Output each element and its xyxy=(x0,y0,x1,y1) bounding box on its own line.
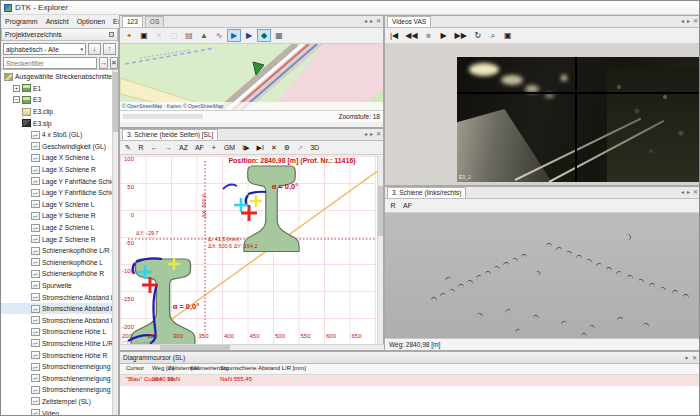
r-button[interactable]: R xyxy=(387,200,399,211)
play-icon[interactable]: ▶ xyxy=(437,29,451,42)
tree-item-e3-clip[interactable]: E3.clip xyxy=(1,106,118,118)
play-route-icon[interactable]: ▶ xyxy=(242,29,256,42)
video-frame[interactable]: E3_2 xyxy=(457,57,699,182)
tree-item-e1[interactable]: +E1 xyxy=(1,83,118,95)
cursor-table-row[interactable]: "Blau" Cursor2840,98NaNNaN 555,45 xyxy=(120,375,700,386)
tree-item-stromschiene-höhe-r[interactable]: Stromschiene Höhe R xyxy=(1,349,118,361)
tree-item-lage-z-schiene-l[interactable]: Lage Z Schiene L xyxy=(1,222,118,234)
follow-position-icon[interactable]: ▶ xyxy=(227,29,241,42)
edit-icon[interactable]: ✎ xyxy=(122,142,134,153)
tree-item-stromschiene-abstand-l-r[interactable]: Stromschiene Abstand L/R xyxy=(1,303,118,315)
profile-chart[interactable]: Position: 2840,98 [m] (Prof. Nr.: 11416)… xyxy=(120,156,379,346)
snapshot-icon[interactable]: ▦ xyxy=(272,29,286,42)
tree-item-lage-y-fahrfläche-schiene-l[interactable]: Lage Y Fahrfläche Schiene L xyxy=(1,175,118,187)
tree-item-stromschiene-abstand-l[interactable]: Stromschiene Abstand L xyxy=(1,291,118,303)
layers-icon[interactable]: ◆ xyxy=(257,29,271,42)
close-icon[interactable]: ✕ xyxy=(692,354,697,361)
tree-item-e3[interactable]: −E3 xyxy=(1,94,118,106)
tree-item-schienenkopfhöhe-r[interactable]: Schienenkopfhöhe R xyxy=(1,268,118,280)
tree-item-ausgewählte-streckenabschnitte[interactable]: Ausgewählte Streckenabschnitte xyxy=(1,71,118,83)
apply-filter-button[interactable]: → xyxy=(99,57,108,69)
tree-item-schienenkopfhöhe-l[interactable]: Schienenkopfhöhe L xyxy=(1,257,118,269)
close-icon[interactable]: ✕ xyxy=(376,17,381,24)
settings-button[interactable]: ⚙ xyxy=(281,142,293,153)
az-button[interactable]: AZ xyxy=(176,142,191,153)
snapshot-icon[interactable]: ▣ xyxy=(501,29,515,42)
tree-item-stromschienenneigung-r[interactable]: Stromschienenneigung R xyxy=(1,384,118,396)
menu-ansicht[interactable]: Ansicht xyxy=(42,18,73,25)
tree-item-schienenkopfhöhe-l-r[interactable]: Schienenkopfhöhe L/R xyxy=(1,245,118,257)
r-button[interactable]: R xyxy=(135,142,147,153)
scroll-tabs-left-icon[interactable]: ◂ xyxy=(681,17,684,24)
play-start-button[interactable]: I▶ xyxy=(239,142,252,153)
sort-descending-button[interactable]: ↓ xyxy=(88,43,101,55)
scroll-tabs-right-icon[interactable]: ▸ xyxy=(370,130,373,137)
track-filter-input[interactable] xyxy=(3,57,97,69)
map-canvas[interactable]: © OpenStreetMap · Karten © OpenStreetMap xyxy=(120,44,383,110)
profile-tab[interactable]: 3. Schiene (beide Seiten) [SL] xyxy=(122,129,218,140)
gm-button[interactable]: GM xyxy=(221,142,238,153)
tree-item-stromschienenneigung-l-r[interactable]: Stromschienenneigung L/R xyxy=(1,372,118,384)
scroll-tabs-left-icon[interactable]: ◂ xyxy=(364,130,367,137)
tree-item-e3-slp[interactable]: E3.slp xyxy=(1,117,118,129)
pan-icon[interactable]: + xyxy=(122,29,136,42)
measure-icon[interactable]: ∿ xyxy=(212,29,226,42)
sort-ascending-button[interactable]: ↑ xyxy=(103,43,116,55)
scroll-tabs-right-icon[interactable]: ▸ xyxy=(687,188,690,195)
loop-icon[interactable]: ↻ xyxy=(471,29,485,42)
first-frame-icon[interactable]: |◀ xyxy=(387,29,401,42)
tree-item-lage-z-schiene-r[interactable]: Lage Z Schiene R xyxy=(1,233,118,245)
prev-profile-button[interactable]: ← xyxy=(148,142,161,153)
clear-filter-button[interactable]: ✕ xyxy=(110,57,118,69)
video-tab[interactable]: Videos VAS xyxy=(387,16,431,27)
sort-dropdown[interactable]: alphabetisch - Alle ▾ xyxy=(3,43,86,55)
scroll-tabs-right-icon[interactable]: ▸ xyxy=(687,17,690,24)
profile-vertical-scrollbar[interactable] xyxy=(377,156,383,346)
close-icon[interactable]: ✕ xyxy=(693,188,698,195)
tree-item-stromschiene-abstand-r[interactable]: Stromschiene Abstand R xyxy=(1,314,118,326)
tree-item-spurweite[interactable]: Spurweite xyxy=(1,280,118,292)
tree-item-lage-x-schiene-r[interactable]: Lage X Schiene R xyxy=(1,164,118,176)
expander-icon[interactable]: − xyxy=(13,96,20,103)
af-button[interactable]: AF xyxy=(400,200,415,211)
tree-item-zeitstempel-sl[interactable]: Zeitstempel (SL) xyxy=(1,396,118,408)
menu-programm[interactable]: Programm xyxy=(1,18,42,25)
move-button[interactable]: + xyxy=(208,142,220,153)
view-3d-button[interactable]: 3D xyxy=(307,142,322,153)
profile-horizontal-scrollbar[interactable] xyxy=(120,344,385,350)
expander-icon[interactable]: + xyxy=(13,85,20,92)
rewind-icon[interactable]: ◀◀ xyxy=(402,29,420,42)
track-icon[interactable]: ▤ xyxy=(182,29,196,42)
tree-item-lage-y-fahrfläche-schiene-r[interactable]: Lage Y Fahrfläche Schiene R xyxy=(1,187,118,199)
tree-item-stromschiene-höhe-l-r[interactable]: Stromschiene Höhe L/R xyxy=(1,338,118,350)
map-tab-os[interactable]: OS xyxy=(145,16,164,27)
tree-item-video[interactable]: Video xyxy=(1,407,118,416)
scatter-canvas[interactable] xyxy=(385,213,700,340)
close-icon[interactable]: ✕ xyxy=(693,17,698,24)
tree-item-geschwindigkeit-gl[interactable]: Geschwindigkeit (GL) xyxy=(1,141,118,153)
tree-item-stromschienenneigung-l[interactable]: Stromschienenneigung L xyxy=(1,361,118,373)
zoom-icon[interactable]: ⌕ xyxy=(486,29,500,42)
poi-icon[interactable]: ▲ xyxy=(197,29,211,42)
tree-item-lage-y-schiene-r[interactable]: Lage Y Schiene R xyxy=(1,210,118,222)
fast-forward-icon[interactable]: ▶▶ xyxy=(452,29,470,42)
scroll-tabs-left-icon[interactable]: ◂ xyxy=(681,188,684,195)
tree-item-lage-x-schiene-l[interactable]: Lage X Schiene L xyxy=(1,152,118,164)
menu-optionen[interactable]: Optionen xyxy=(73,18,109,25)
af-button[interactable]: AF xyxy=(192,142,207,153)
tree-item-stromschiene-höhe-l[interactable]: Stromschiene Höhe L xyxy=(1,326,118,338)
zoom-window-icon[interactable]: ▣ xyxy=(137,29,151,42)
next-profile-button[interactable]: → xyxy=(162,142,175,153)
pin-icon[interactable] xyxy=(109,32,114,37)
tree-item-lage-y-schiene-l[interactable]: Lage Y Schiene L xyxy=(1,199,118,211)
tree-item-4-x-stoß-gl[interactable]: 4 x Stoß (GL) xyxy=(1,129,118,141)
map-tab-123[interactable]: 123 xyxy=(122,16,143,27)
tree-scrollbar[interactable] xyxy=(112,70,118,416)
scroll-tabs-right-icon[interactable]: ▸ xyxy=(370,17,373,24)
close-icon[interactable]: ✕ xyxy=(376,130,381,137)
scroll-tabs-left-icon[interactable]: ◂ xyxy=(364,17,367,24)
close-cursor-button[interactable]: ✕ xyxy=(268,142,280,153)
play-end-button[interactable]: ▶I xyxy=(254,142,267,153)
scatter-tab[interactable]: 3. Schiene (links/rechts) xyxy=(387,187,466,198)
collapse-icon[interactable]: ▾ xyxy=(685,354,688,361)
